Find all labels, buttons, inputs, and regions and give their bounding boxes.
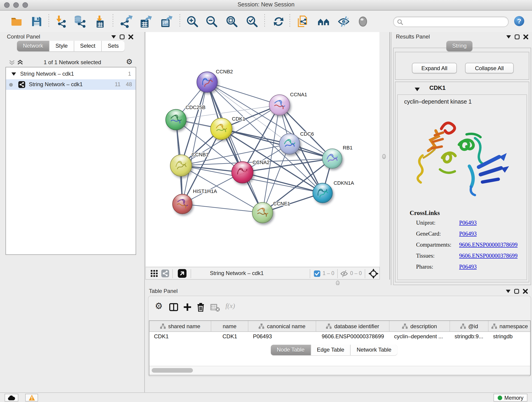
show-all-button[interactable] <box>355 14 370 29</box>
scrollbar-thumb[interactable] <box>152 368 193 373</box>
network-row-selected[interactable]: String Network – cdk1 11 48 <box>6 79 136 90</box>
zoom-fit-button[interactable] <box>225 14 239 29</box>
hide-selected-button[interactable] <box>336 14 351 29</box>
refresh-view-button[interactable] <box>271 14 286 29</box>
crosslink-link[interactable]: 9606.ENSP00000378699 <box>459 242 518 249</box>
column-header-namespace[interactable]: namespace <box>488 321 531 332</box>
tab-network[interactable]: Network <box>17 41 50 51</box>
table-horizontal-scrollbar[interactable] <box>149 366 530 375</box>
close-panel-icon[interactable] <box>128 34 133 39</box>
add-column-icon[interactable] <box>169 303 178 312</box>
network-options-gear-icon[interactable]: ⚙ <box>126 57 133 66</box>
table-cell[interactable]: P06493 <box>248 332 316 341</box>
network-node-CDKN1A[interactable] <box>312 183 333 203</box>
delete-row-icon[interactable] <box>196 303 205 312</box>
network-node-RB1[interactable] <box>322 148 342 169</box>
network-node-CDK1[interactable] <box>210 118 232 140</box>
import-network-file-button[interactable] <box>54 14 68 29</box>
network-edge[interactable] <box>182 204 263 213</box>
string-view-icon[interactable] <box>161 269 169 277</box>
results-splitter[interactable] <box>380 32 391 280</box>
function-builder-icon[interactable]: f(x) <box>225 302 235 310</box>
table-cell[interactable]: cyclin–dependent ... <box>389 332 450 341</box>
crosslink-link[interactable]: P06493 <box>459 230 476 237</box>
network-node-CCNA1[interactable] <box>269 95 290 115</box>
network-node-CCNA2[interactable] <box>231 161 253 183</box>
birds-eye-view-icon[interactable] <box>368 269 379 279</box>
splitter-handle[interactable] <box>382 154 386 159</box>
memory-button[interactable]: Memory <box>494 394 527 402</box>
hidden-eye-icon[interactable] <box>340 269 348 278</box>
first-neighbors-button[interactable] <box>316 14 331 29</box>
grid-view-icon[interactable] <box>150 269 158 277</box>
import-table-file-button[interactable] <box>93 14 107 29</box>
bottom-splitter-handle[interactable] <box>336 281 340 286</box>
table-cell[interactable]: 9606.ENSP00000378699 <box>316 332 389 341</box>
zoom-selected-button[interactable] <box>245 14 259 29</box>
save-session-button[interactable] <box>29 14 44 29</box>
close-panel-icon[interactable] <box>523 289 528 294</box>
crosslink-link[interactable]: P06493 <box>459 220 476 226</box>
tab-select[interactable]: Select <box>74 41 102 51</box>
table-cell[interactable]: CDK1 <box>211 332 248 341</box>
tab-node-table[interactable]: Node Table <box>271 345 311 355</box>
table-cell[interactable]: stringdb <box>488 332 531 341</box>
tab-sets[interactable]: Sets <box>102 41 125 51</box>
column-header-name[interactable]: name <box>211 321 248 332</box>
table-row[interactable]: CDK1CDK1P064939606.ENSP00000378699cyclin… <box>149 332 530 341</box>
zoom-out-button[interactable] <box>204 14 219 29</box>
network-node-CCNB2[interactable] <box>196 71 218 93</box>
tab-edge-table[interactable]: Edge Table <box>311 345 351 355</box>
network-node-HIST1H1A[interactable] <box>172 194 192 214</box>
results-tab-string[interactable]: String <box>446 41 473 51</box>
import-network-database-button[interactable] <box>72 14 87 29</box>
title-bar: Session: New Session <box>0 0 532 11</box>
collapse-all-button[interactable]: Collapse All <box>465 63 514 73</box>
collapse-panel-icon[interactable] <box>506 35 511 38</box>
network-node-CCNE1[interactable] <box>252 202 273 223</box>
network-collection-row[interactable]: String Network – cdk1 1 <box>6 69 136 79</box>
search-input[interactable] <box>405 17 505 26</box>
collapse-panel-icon[interactable] <box>111 35 116 38</box>
delete-table-icon[interactable] <box>210 303 220 312</box>
clone-network-button[interactable] <box>295 14 310 29</box>
tab-network-table[interactable]: Network Table <box>351 345 398 355</box>
cloud-status-button[interactable] <box>5 394 18 402</box>
export-network-button[interactable] <box>120 14 134 29</box>
open-session-button[interactable] <box>9 14 24 29</box>
table-cell[interactable]: stringdb:9... <box>450 332 488 341</box>
crosslink-link[interactable]: 9606.ENSP00000378699 <box>459 253 518 259</box>
collapse-panel-icon[interactable] <box>506 290 510 293</box>
export-image-button[interactable] <box>159 14 174 29</box>
column-header-canonical-name[interactable]: canonical name <box>248 321 316 332</box>
column-header-database-identifier[interactable]: database identifier <box>316 321 389 332</box>
selected-checkbox-icon[interactable] <box>314 270 320 277</box>
close-panel-icon[interactable] <box>523 34 528 39</box>
column-header-description[interactable]: description <box>389 321 450 332</box>
tab-style[interactable]: Style <box>50 41 74 51</box>
table-settings-gear-icon[interactable]: ⚙ <box>155 301 163 311</box>
search-box[interactable] <box>393 17 509 27</box>
network-view-canvas[interactable]: CCNB2CCNA1CDC25BCDK1CDC6RB1CCNB1CCNA2CDK… <box>145 32 380 267</box>
zoom-in-button[interactable] <box>185 14 200 29</box>
add-row-icon[interactable] <box>183 303 192 312</box>
expand-all-button[interactable]: Expand All <box>412 63 457 73</box>
network-node-CCNB1[interactable] <box>170 154 192 177</box>
float-panel-icon[interactable] <box>515 34 520 39</box>
entry-expander-icon[interactable] <box>415 88 420 91</box>
help-button[interactable]: ? <box>514 16 524 26</box>
float-panel-icon[interactable] <box>120 34 125 39</box>
warnings-button[interactable] <box>25 394 38 402</box>
network-edge[interactable] <box>207 82 279 105</box>
column-header--id[interactable]: @id <box>450 321 488 332</box>
crosslink-link[interactable]: P06493 <box>459 264 476 270</box>
network-node-CDC25B[interactable] <box>165 109 186 130</box>
network-edge[interactable] <box>182 82 207 204</box>
float-panel-icon[interactable] <box>514 289 519 294</box>
table-cell[interactable]: CDK1 <box>149 332 211 341</box>
network-node-CDC6[interactable] <box>279 133 300 154</box>
detach-view-icon[interactable] <box>178 269 186 278</box>
column-header-shared-name[interactable]: shared name <box>149 321 211 332</box>
export-table-button[interactable] <box>138 14 153 29</box>
tree-expander-icon[interactable] <box>12 69 16 79</box>
